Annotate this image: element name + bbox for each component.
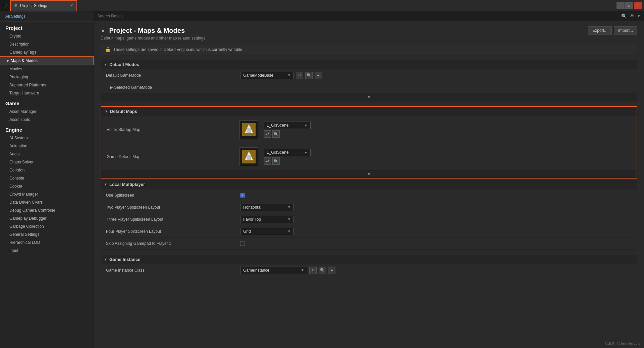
gamemode-nav-back-button[interactable]: ↩ [296, 72, 303, 79]
game-map-nav-button[interactable]: ↩ [264, 157, 271, 165]
game-instance-add-button[interactable]: + [328, 267, 335, 274]
sidebar-item-gameplaytags[interactable]: GameplayTags [0, 48, 94, 56]
sidebar-item-input[interactable]: Input [0, 247, 94, 255]
sidebar-item-crypto[interactable]: Crypto [0, 32, 94, 40]
export-button[interactable]: Export... [588, 26, 612, 34]
maximize-button[interactable]: □ [625, 2, 633, 9]
two-player-layout-dropdown[interactable]: Horizontal ▼ [240, 204, 294, 211]
maps-expand-button[interactable]: ▼ [367, 172, 371, 177]
search-bar: 🔍 👁 ▼ [94, 11, 644, 21]
minimize-button[interactable]: — [616, 2, 625, 9]
use-splitscreen-checkbox[interactable]: ✓ [240, 193, 245, 198]
three-player-layout-dropdown[interactable]: Favor Top ▼ [240, 216, 294, 223]
sidebar-item-animation[interactable]: Animation [0, 142, 94, 150]
game-default-map-label: Game Default Map [107, 154, 234, 159]
game-instance-search-button[interactable]: 🔍 [319, 267, 326, 274]
game-instance-nav-button[interactable]: ↩ [309, 267, 317, 274]
sidebar-item-target-hardware[interactable]: Target Hardware [0, 89, 94, 97]
sidebar-item-gameplay-debugger[interactable]: Gameplay Debugger [0, 214, 94, 222]
sidebar-item-supported-platforms[interactable]: Supported Platforms [0, 81, 94, 89]
editor-map-nav-button[interactable]: ↩ [264, 130, 271, 138]
local-multiplayer-title-row[interactable]: ▼ Local Multiplayer [101, 180, 637, 189]
sidebar-item-asset-manager[interactable]: Asset Manager [0, 108, 94, 116]
tab-label: Project Settings [20, 3, 48, 8]
lock-icon: 🔒 [105, 47, 111, 52]
two-player-layout-row: Two Player Splitscreen Layout Horizontal… [101, 201, 637, 213]
default-maps-title-row[interactable]: ▼ Default Maps [101, 107, 637, 116]
dropdown-icon[interactable]: ▼ [637, 14, 641, 18]
game-instance-arrow-icon: ▼ [104, 258, 107, 261]
four-player-layout-control: Grid ▼ [240, 228, 294, 235]
title-bar: U ⚙ Project Settings ✕ — □ ✕ [0, 0, 644, 11]
default-modes-section: ▼ Default Modes Default GameMode GameMod… [101, 60, 637, 101]
use-splitscreen-row: Use Splitscreen ✓ [101, 189, 637, 201]
local-multiplayer-content: Use Splitscreen ✓ Two Player Splitscreen… [101, 189, 637, 250]
game-instance-title-row[interactable]: ▼ Game Instance [101, 255, 637, 264]
section-title-default-modes: Default Modes [109, 62, 139, 67]
editor-map-search-button[interactable]: 🔍 [272, 130, 280, 138]
sidebar-item-collision[interactable]: Collision [0, 166, 94, 174]
default-gamemode-row: Default GameMode GameModeBase ▼ ↩ 🔍 + [101, 69, 637, 81]
window-controls: — □ ✕ [616, 2, 644, 9]
sidebar-item-crowd-manager[interactable]: Crowd Manager [0, 190, 94, 198]
sidebar-item-garbage-collection[interactable]: Garbage Collection [0, 222, 94, 230]
sidebar-item-packaging[interactable]: Packaging [0, 73, 94, 81]
sidebar-item-chaos-solver[interactable]: Chaos Solver [0, 158, 94, 166]
project-settings-tab[interactable]: ⚙ Project Settings ✕ [10, 0, 77, 11]
sidebar-item-general-settings[interactable]: General Settings [0, 230, 94, 238]
sidebar-item-asset-tools[interactable]: Asset Tools [0, 116, 94, 124]
sidebar-item-cooker[interactable]: Cooker [0, 182, 94, 190]
gamemode-add-button[interactable]: + [315, 72, 322, 79]
selected-gamemode-row: ▶ Selected GameMode [101, 81, 637, 93]
content-area: 🔍 👁 ▼ ▼ Project - Maps & Modes Export...… [94, 11, 644, 348]
skip-gamepad-control [240, 241, 245, 246]
section-title-local-multiplayer: Local Multiplayer [109, 182, 145, 187]
section-title-game-instance: Game Instance [109, 257, 141, 262]
sidebar-item-hierarchical-lod[interactable]: Hierarchical LOD [0, 238, 94, 247]
search-input[interactable] [97, 14, 619, 18]
skip-gamepad-row: Skip Assigning Gamepad to Player 1 [101, 237, 637, 250]
eye-icon[interactable]: 👁 [630, 13, 634, 19]
gamemode-search-button[interactable]: 🔍 [305, 72, 313, 79]
game-map-search-button[interactable]: 🔍 [272, 157, 280, 165]
watermark: CSDN @Jennifer33K [605, 341, 640, 345]
svg-marker-6 [247, 155, 251, 160]
all-settings-link[interactable]: All Settings [0, 11, 94, 22]
skip-gamepad-label: Skip Assigning Gamepad to Player 1 [106, 241, 240, 246]
import-button[interactable]: Import... [614, 26, 637, 34]
game-default-map-dropdown[interactable]: L_GisScene ▼ [264, 149, 311, 156]
four-player-dropdown-arrow-icon: ▼ [287, 229, 291, 233]
sidebar-item-console[interactable]: Console [0, 174, 94, 182]
three-player-layout-label: Three Player Splitscreen Layout [106, 217, 240, 222]
game-instance-class-row: Game Instance Class GameInstance ▼ ↩ 🔍 + [101, 264, 637, 276]
sidebar-item-description[interactable]: Description [0, 40, 94, 48]
editor-startup-map-dropdown[interactable]: L_GisScene ▼ [264, 122, 311, 129]
two-player-layout-label: Two Player Splitscreen Layout [106, 205, 240, 210]
game-instance-class-label: Game Instance Class [106, 268, 240, 273]
dropdown-arrow-icon: ▼ [287, 73, 291, 77]
game-map-dropdown-arrow-icon: ▼ [304, 151, 308, 154]
editor-startup-map-thumb [239, 120, 258, 139]
three-player-layout-control: Favor Top ▼ [240, 216, 294, 223]
collapse-arrow-icon[interactable]: ▼ [101, 28, 105, 34]
search-icon: 🔍 [621, 13, 627, 19]
tab-close-button[interactable]: ✕ [70, 3, 73, 8]
sidebar-item-maps-modes[interactable]: Maps & Modes [0, 56, 94, 65]
skip-gamepad-checkbox[interactable] [240, 241, 245, 246]
game-instance-class-control: GameInstance ▼ ↩ 🔍 + [240, 267, 335, 274]
sidebar-item-debug-camera[interactable]: Debug Camera Controller [0, 206, 94, 214]
default-gamemode-dropdown[interactable]: GameModeBase ▼ [240, 72, 294, 79]
close-button[interactable]: ✕ [634, 2, 642, 9]
sidebar-item-data-driven-cvars[interactable]: Data Driven CVars [0, 198, 94, 206]
game-instance-class-dropdown[interactable]: GameInstance ▼ [240, 267, 307, 274]
four-player-layout-dropdown[interactable]: Grid ▼ [240, 228, 294, 235]
main-layout: All Settings Project Crypto Description … [0, 11, 644, 348]
sidebar-item-movies[interactable]: Movies [0, 65, 94, 73]
sidebar-item-audio[interactable]: Audio [0, 150, 94, 158]
two-player-layout-control: Horizontal ▼ [240, 204, 294, 211]
three-player-dropdown-arrow-icon: ▼ [287, 217, 291, 221]
sidebar-item-ai-system[interactable]: AI System [0, 134, 94, 142]
modes-expand-button[interactable]: ▼ [367, 95, 371, 99]
default-modes-title-row[interactable]: ▼ Default Modes [101, 60, 637, 69]
four-player-layout-value: Grid [243, 229, 251, 234]
